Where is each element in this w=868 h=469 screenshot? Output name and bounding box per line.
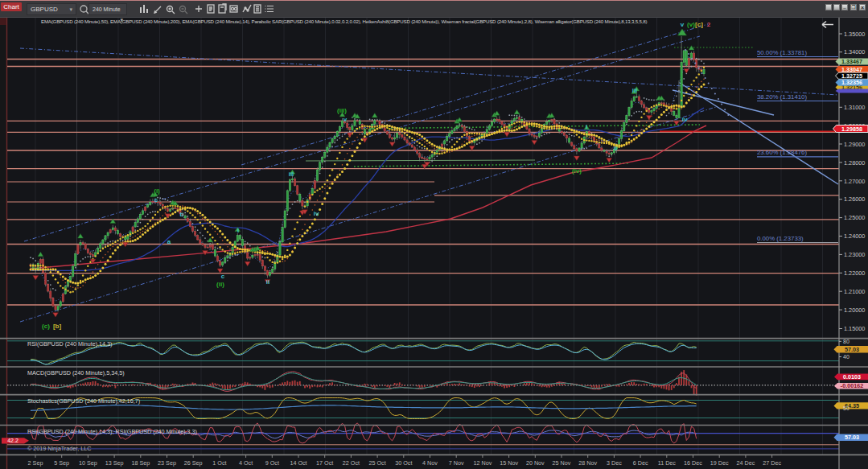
svg-text:1.20000: 1.20000 [844, 306, 865, 314]
svg-text:1.25000: 1.25000 [844, 214, 865, 221]
svg-text:30 Oct: 30 Oct [395, 459, 412, 467]
svg-text:19 Dec: 19 Dec [710, 459, 729, 467]
svg-text:(v): (v) [687, 21, 695, 28]
svg-text:1.33467: 1.33467 [841, 58, 862, 65]
svg-text:20 Nov: 20 Nov [526, 459, 545, 467]
svg-text:iv: iv [682, 116, 688, 123]
svg-text:18 Sep: 18 Sep [131, 459, 150, 467]
svg-text:1.31000: 1.31000 [844, 104, 865, 111]
svg-text:© 2019 NinjaTrader, LLC: © 2019 NinjaTrader, LLC [27, 445, 91, 452]
svg-text:1.32356: 1.32356 [841, 79, 862, 86]
svg-text:1.29000: 1.29000 [844, 141, 865, 148]
svg-text:v: v [343, 116, 348, 123]
svg-text:1.15000: 1.15000 [844, 325, 865, 332]
svg-text:7 Nov: 7 Nov [449, 459, 464, 467]
svg-text:23 Sep: 23 Sep [158, 459, 176, 467]
svg-text:c: c [221, 273, 225, 280]
svg-text:1.34000: 1.34000 [844, 48, 865, 56]
svg-text:26 Sep: 26 Sep [184, 459, 203, 467]
svg-text:17 Oct: 17 Oct [316, 459, 333, 467]
svg-text:22 Oct: 22 Oct [343, 459, 360, 467]
svg-text:ii: ii [266, 278, 269, 286]
svg-text:6 Dec: 6 Dec [633, 459, 648, 467]
svg-text:(iii): (iii) [337, 107, 347, 114]
svg-text:0.00% (1.23733): 0.00% (1.23733) [757, 235, 804, 242]
svg-text:RSI(GBPUSD (240 Minute),14,3),: RSI(GBPUSD (240 Minute),14,3), RSI(GBPUS… [27, 428, 197, 435]
svg-text:1.28000: 1.28000 [844, 159, 865, 167]
svg-text:1.29858: 1.29858 [841, 125, 862, 133]
svg-text:1.22000: 1.22000 [844, 269, 865, 277]
svg-text:c: c [154, 196, 158, 204]
svg-text:10 Sep: 10 Sep [79, 459, 97, 467]
svg-text:4 Oct: 4 Oct [239, 459, 253, 467]
svg-text:b: b [180, 211, 184, 218]
svg-text:-0.00162: -0.00162 [841, 382, 863, 389]
svg-text:12 Nov: 12 Nov [474, 459, 492, 467]
svg-text:57.03: 57.03 [845, 434, 859, 441]
svg-text:(i): (i) [154, 187, 160, 195]
svg-text:1.24000: 1.24000 [844, 232, 865, 240]
svg-text:50: 50 [843, 405, 849, 411]
svg-text:25 Oct: 25 Oct [369, 459, 386, 467]
svg-text:24 Dec: 24 Dec [737, 459, 755, 467]
svg-text:2 Sep: 2 Sep [28, 459, 43, 467]
svg-text:13 Sep: 13 Sep [105, 459, 124, 467]
svg-text:[c]: [c] [695, 21, 703, 28]
svg-text:0.0103: 0.0103 [843, 373, 861, 381]
svg-text:28 Nov: 28 Nov [578, 459, 597, 467]
svg-text:iv: iv [314, 210, 319, 217]
svg-text:5 Sep: 5 Sep [54, 459, 69, 467]
svg-text:(c): (c) [42, 323, 50, 330]
svg-text:iii: iii [289, 171, 294, 178]
svg-text:a: a [167, 238, 171, 245]
svg-text:RSI(GBPUSD (240 Minute),14,3): RSI(GBPUSD (240 Minute),14,3) [27, 340, 112, 348]
svg-text:iii: iii [632, 87, 638, 94]
svg-text:i: i [586, 123, 587, 130]
svg-text:80: 80 [843, 339, 849, 344]
svg-text:MACD(GBPUSD (240 Minute),5,34,: MACD(GBPUSD (240 Minute),5,34,5) [27, 369, 125, 376]
svg-text:(ii): (ii) [216, 281, 224, 288]
svg-text:27 Dec: 27 Dec [763, 459, 781, 467]
svg-text:ii: ii [614, 145, 617, 152]
svg-text:38.20% (1.31410): 38.20% (1.31410) [757, 93, 807, 101]
svg-text:57.03: 57.03 [845, 346, 859, 353]
svg-text:[b]: [b] [53, 323, 62, 330]
svg-text:14 Oct: 14 Oct [290, 459, 306, 467]
svg-text:1.21000: 1.21000 [844, 288, 865, 295]
svg-text:42.2: 42.2 [7, 438, 19, 443]
svg-text:40: 40 [843, 354, 849, 360]
svg-text:v: v [681, 21, 685, 28]
svg-text:i: i [237, 227, 239, 234]
svg-text:Stochastics(GBPUSD (240 Minute: Stochastics(GBPUSD (240 Minute),42,16,7) [27, 397, 140, 405]
svg-text:4 Nov: 4 Nov [422, 459, 438, 467]
svg-text:15 Nov: 15 Nov [500, 459, 518, 467]
svg-text:2: 2 [707, 21, 711, 28]
svg-text:3 Dec: 3 Dec [607, 459, 622, 467]
svg-text:23.60% (1.28476): 23.60% (1.28476) [757, 149, 807, 156]
svg-text:1.26000: 1.26000 [844, 195, 865, 203]
svg-text:(iv): (iv) [572, 167, 582, 175]
svg-text:9 Oct: 9 Oct [265, 459, 279, 467]
svg-text:25 Nov: 25 Nov [553, 459, 571, 467]
svg-text:50.00% (1.33781): 50.00% (1.33781) [757, 49, 807, 56]
svg-text:1.35000: 1.35000 [844, 31, 865, 38]
svg-text:11 Dec: 11 Dec [658, 459, 677, 467]
svg-text:EMA(GBPUSD (240 Minute),50), E: EMA(GBPUSD (240 Minute),50), EMA(GBPUSD … [41, 19, 648, 24]
svg-text:1.23000: 1.23000 [844, 251, 865, 258]
svg-text:1 Oct: 1 Oct [212, 459, 226, 467]
svg-text:1.27000: 1.27000 [844, 178, 865, 185]
svg-text:16 Dec: 16 Dec [684, 459, 702, 467]
